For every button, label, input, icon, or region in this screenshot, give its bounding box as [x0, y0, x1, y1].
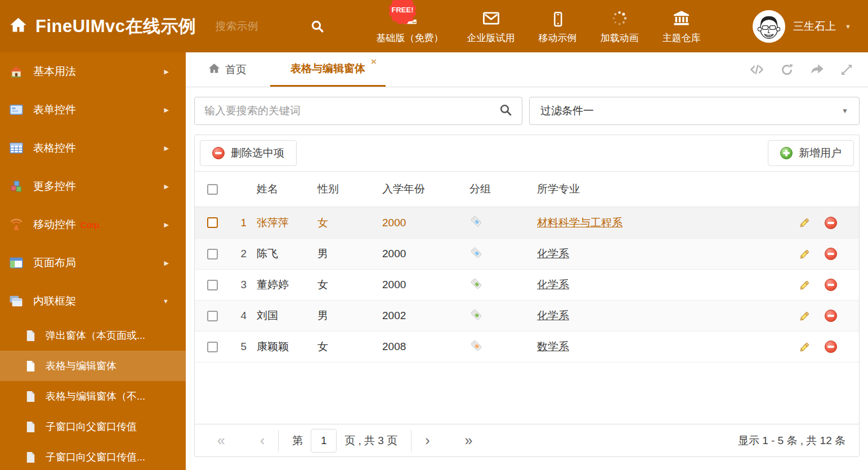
- page-content: 过滤条件一 ▼ 删除选中项 新增用户: [186, 87, 868, 457]
- sidebar-item-form-controls[interactable]: 表单控件 ▶: [0, 91, 186, 129]
- cell-year: 2002: [382, 310, 469, 322]
- edit-pencil-icon[interactable]: [798, 310, 811, 323]
- row-number: 1: [229, 217, 250, 229]
- nav-item-loading-animation[interactable]: 加载动画: [589, 8, 651, 44]
- major-link[interactable]: 化学系: [537, 248, 569, 259]
- row-checkbox[interactable]: [207, 342, 218, 352]
- cell-gender: 女: [317, 277, 382, 292]
- row-checkbox[interactable]: [207, 311, 218, 321]
- nav-item-mobile-demo[interactable]: 移动示例: [527, 8, 589, 44]
- cell-gender: 女: [317, 339, 382, 354]
- close-icon[interactable]: ×: [371, 56, 377, 68]
- row-checkbox[interactable]: [207, 280, 218, 290]
- home-icon: [208, 62, 220, 77]
- tab-grid-edit-window[interactable]: 表格与编辑窗体 ×: [270, 52, 386, 87]
- sidebar-subitem-popup-window[interactable]: 弹出窗体（本页面或...: [0, 320, 186, 351]
- major-link[interactable]: 化学系: [537, 279, 569, 290]
- sidebar: 基本用法 ▶ 表单控件 ▶ 表格控件 ▶ 更多控件 ▶: [0, 52, 186, 470]
- filter-dropdown[interactable]: 过滤条件一 ▼: [529, 97, 860, 125]
- brand[interactable]: FineUIMvc在线示例: [0, 15, 196, 38]
- row-checkbox[interactable]: [207, 217, 218, 228]
- sidebar-item-more-controls[interactable]: 更多控件 ▶: [0, 167, 186, 205]
- cell-name: 康颖颖: [250, 339, 317, 354]
- edit-pencil-icon[interactable]: [798, 341, 811, 353]
- major-link[interactable]: 材料科学与工程系: [537, 217, 623, 229]
- delete-row-icon[interactable]: [825, 279, 837, 291]
- nav-item-enterprise-trial[interactable]: 企业版试用: [455, 8, 527, 44]
- filter-row: 过滤条件一 ▼: [194, 97, 860, 125]
- main-area: 首页 表格与编辑窗体 ×: [186, 52, 868, 470]
- page-number-input[interactable]: [311, 429, 337, 453]
- edit-pencil-icon[interactable]: [798, 216, 811, 229]
- table-row[interactable]: 2 陈飞 男 2000 化学系: [195, 238, 859, 269]
- table-empty-space: [195, 362, 859, 424]
- source-code-icon[interactable]: [749, 62, 764, 77]
- tab-bar: 首页 表格与编辑窗体 ×: [186, 52, 868, 87]
- chevron-down-icon: ▼: [842, 107, 848, 115]
- prev-page-button[interactable]: ‹: [260, 433, 265, 447]
- chevron-right-icon: ▶: [164, 68, 169, 75]
- edit-pencil-icon[interactable]: [798, 248, 811, 261]
- cell-year: 2000: [382, 248, 469, 260]
- select-all-checkbox[interactable]: [207, 184, 218, 195]
- table-row[interactable]: 4 刘国 男 2002 化学系: [195, 300, 859, 331]
- sidebar-subitem-child-to-parent[interactable]: 子窗口向父窗口传值: [0, 411, 186, 442]
- next-page-button[interactable]: ›: [425, 433, 429, 447]
- share-arrow-icon[interactable]: [809, 62, 825, 77]
- column-header-gender[interactable]: 性别: [317, 182, 382, 196]
- column-header-year[interactable]: 入学年份: [382, 182, 469, 196]
- sidebar-item-mobile-controls[interactable]: 移动控件 Corp. ▶: [0, 205, 186, 244]
- table-icon: [8, 141, 24, 155]
- divider: [411, 430, 411, 451]
- home-icon: [10, 16, 27, 36]
- avatar: [753, 10, 785, 43]
- delete-row-icon[interactable]: [825, 310, 837, 322]
- user-menu[interactable]: 三生石上 ▼: [753, 10, 868, 43]
- sidebar-item-basic-usage[interactable]: 基本用法 ▶: [0, 52, 186, 91]
- tag-icon: [469, 246, 483, 262]
- nav-item-theme-repo[interactable]: 主题仓库: [651, 8, 713, 44]
- column-header-name[interactable]: 姓名: [250, 182, 317, 196]
- layout-icon: [8, 256, 24, 270]
- delete-row-icon[interactable]: [825, 341, 837, 353]
- search-icon[interactable]: [499, 103, 512, 119]
- cell-year: 2000: [382, 279, 469, 291]
- delete-selected-button[interactable]: 删除选中项: [200, 140, 297, 166]
- major-link[interactable]: 数学系: [537, 341, 569, 352]
- app-title: FineUIMvc在线示例: [35, 15, 196, 38]
- page-label-prefix: 第: [292, 433, 303, 448]
- expand-icon[interactable]: [840, 63, 853, 77]
- sidebar-subitem-child-to-parent-2[interactable]: 子窗口向父窗口传值...: [0, 442, 186, 470]
- table-body: 1 张萍萍 女 2000 材料科学与工程系 2 陈飞 男 2000 化学系: [195, 207, 859, 362]
- tag-icon: [469, 277, 483, 293]
- last-page-button[interactable]: »: [465, 433, 473, 447]
- column-header-major[interactable]: 所学专业: [537, 182, 798, 196]
- table-row[interactable]: 3 董婷婷 女 2000 化学系: [195, 269, 859, 300]
- page-icon: [24, 329, 37, 342]
- column-header-group[interactable]: 分组: [469, 182, 537, 196]
- row-checkbox[interactable]: [207, 249, 218, 259]
- sidebar-item-page-layout[interactable]: 页面布局 ▶: [0, 244, 186, 282]
- tab-toolbar: [749, 52, 868, 87]
- delete-row-icon[interactable]: [825, 248, 837, 260]
- chevron-right-icon: ▶: [164, 221, 169, 229]
- bank-icon: [672, 8, 691, 28]
- major-link[interactable]: 化学系: [537, 310, 569, 321]
- table-row[interactable]: 1 张萍萍 女 2000 材料科学与工程系: [195, 207, 859, 238]
- first-page-button[interactable]: «: [217, 433, 225, 447]
- delete-row-icon[interactable]: [825, 217, 837, 229]
- header-search-input[interactable]: [216, 20, 300, 33]
- add-user-button[interactable]: 新增用户: [768, 140, 854, 166]
- refresh-icon[interactable]: [780, 62, 794, 77]
- sidebar-subitem-grid-edit-window-2[interactable]: 表格与编辑窗体（不...: [0, 381, 186, 411]
- table-row[interactable]: 5 康颖颖 女 2008 数学系: [195, 331, 859, 362]
- keyword-search-input[interactable]: [204, 105, 499, 117]
- app-window: FineUIMvc在线示例 FREE! 基础版（免费） 企业版试用: [0, 0, 868, 470]
- edit-pencil-icon[interactable]: [798, 279, 811, 292]
- sidebar-subitem-grid-edit-window[interactable]: 表格与编辑窗体: [0, 351, 186, 381]
- sidebar-item-grid-controls[interactable]: 表格控件 ▶: [0, 129, 186, 167]
- search-icon[interactable]: [310, 19, 324, 33]
- sidebar-item-iframe[interactable]: 内联框架 ▼: [0, 282, 186, 320]
- tab-home[interactable]: 首页: [203, 52, 252, 87]
- row-number: 2: [229, 248, 250, 260]
